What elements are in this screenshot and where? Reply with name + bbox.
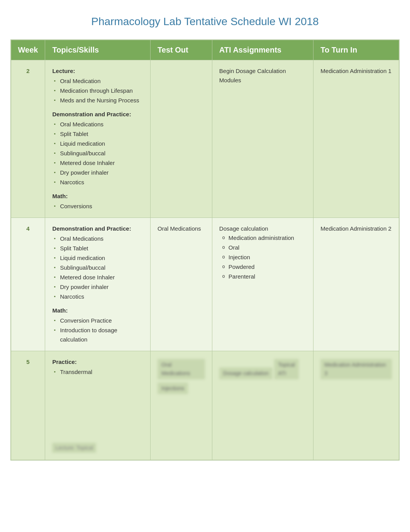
- demo2-list: Oral Medications Split Tablet Liquid med…: [52, 234, 143, 301]
- list-item: Metered dose Inhaler: [52, 158, 143, 168]
- list-item: Narcotics: [52, 178, 143, 187]
- table-row: 4 Demonstration and Practice: Oral Medic…: [11, 218, 400, 351]
- list-item: Medication administration: [219, 233, 306, 243]
- list-item: Transdermal: [52, 367, 143, 377]
- math2-list: Conversion Practice Introduction to dosa…: [52, 316, 143, 344]
- list-item: Oral Medication: [52, 76, 143, 86]
- ati-sub-list: Medication administration Oral Injection…: [219, 233, 306, 281]
- header-week: Week: [11, 40, 45, 60]
- list-item: Split Tablet: [52, 129, 143, 139]
- week-number: 5: [11, 351, 45, 461]
- list-item: Narcotics: [52, 292, 143, 301]
- header-topics: Topics/Skills: [45, 40, 151, 60]
- list-item: Medication through Lifespan: [52, 86, 143, 95]
- section-label-lecture: Lecture:: [52, 66, 143, 76]
- header-testout: Test Out: [151, 40, 212, 60]
- header-turnin: To Turn In: [313, 40, 400, 60]
- section-label-math2: Math:: [52, 306, 143, 315]
- ati-label: Dosage calculation: [219, 224, 306, 233]
- blurred-ati-2: TopicalATI: [274, 359, 299, 379]
- turnin-cell-blurred: Medication Administration 3: [313, 351, 400, 461]
- testout-cell-blurred: Oral Medications Injections: [151, 351, 212, 461]
- list-item: Introduction to dosage calculation: [52, 326, 143, 344]
- schedule-table: Week Topics/Skills Test Out ATI Assignme…: [10, 39, 400, 461]
- list-item: Conversions: [52, 202, 143, 211]
- list-item: Powdered: [219, 262, 306, 272]
- header-ati: ATI Assignments: [212, 40, 313, 60]
- topics-cell: Demonstration and Practice: Oral Medicat…: [45, 218, 151, 351]
- blurred-topics: Lecture: Topical: [52, 443, 96, 453]
- list-item: Oral Medications: [52, 234, 143, 243]
- list-item: Split Tablet: [52, 244, 143, 253]
- list-item: Liquid medication: [52, 139, 143, 148]
- list-item: Meds and the Nursing Process: [52, 96, 143, 105]
- ati-cell-blurred: Dosage calculation TopicalATI: [212, 351, 313, 461]
- blurred-ati-1: Dosage calculation: [219, 367, 273, 379]
- list-item: Parenteral: [219, 272, 306, 281]
- section-label-demo2: Demonstration and Practice:: [52, 224, 143, 233]
- testout-cell: [151, 60, 212, 218]
- list-item: Sublingual/buccal: [52, 263, 143, 272]
- blurred-turnin: Medication Administration 3: [320, 359, 392, 379]
- testout-cell: Oral Medications: [151, 218, 212, 351]
- practice-list: Transdermal: [52, 367, 143, 377]
- section-label-math: Math:: [52, 192, 143, 201]
- turnin-cell: Medication Administration 2: [313, 218, 400, 351]
- list-item: Conversion Practice: [52, 316, 143, 325]
- list-item: Oral: [219, 243, 306, 252]
- ati-cell: Begin Dosage Calculation Modules: [212, 60, 313, 218]
- turnin-cell: Medication Administration 1: [313, 60, 400, 218]
- week-number: 2: [11, 60, 45, 218]
- section-label-demo: Demonstration and Practice:: [52, 110, 143, 119]
- list-item: Liquid medication: [52, 253, 143, 263]
- topics-cell: Practice: Transdermal Lecture: Topical: [45, 351, 151, 461]
- list-item: Injection: [219, 253, 306, 262]
- section-label-practice: Practice:: [52, 357, 143, 367]
- ati-cell: Dosage calculation Medication administra…: [212, 218, 313, 351]
- table-row: 5 Practice: Transdermal Lecture: Topical…: [11, 351, 400, 461]
- math-list: Conversions: [52, 202, 143, 211]
- week-number: 4: [11, 218, 45, 351]
- topics-cell: Lecture: Oral Medication Medication thro…: [45, 60, 151, 218]
- page-title: Pharmacology Lab Tentative Schedule WI 2…: [0, 0, 410, 39]
- lecture-list: Oral Medication Medication through Lifes…: [52, 76, 143, 105]
- list-item: Dry powder inhaler: [52, 282, 143, 292]
- blurred-testout-1: Oral Medications: [158, 359, 205, 379]
- list-item: Metered dose Inhaler: [52, 273, 143, 282]
- list-item: Oral Medications: [52, 120, 143, 129]
- demo-list: Oral Medications Split Tablet Liquid med…: [52, 120, 143, 187]
- blurred-testout-2: Injections: [158, 382, 188, 394]
- list-item: Dry powder inhaler: [52, 168, 143, 177]
- list-item: Sublingual/buccal: [52, 149, 143, 158]
- table-row: 2 Lecture: Oral Medication Medication th…: [11, 60, 400, 218]
- ati-text: Begin Dosage Calculation Modules: [219, 66, 306, 85]
